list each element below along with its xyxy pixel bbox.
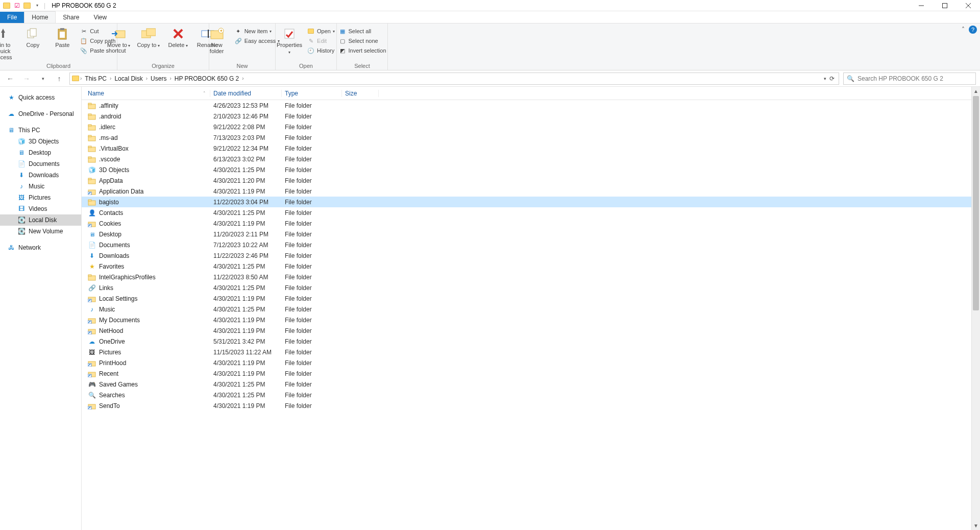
breadcrumb-dropdown-icon[interactable]: ▾ [824,76,826,81]
file-row[interactable]: .VirtualBox9/21/2022 12:34 PMFile folder [82,143,980,154]
new-item-button[interactable]: ✦New item [233,27,281,36]
move-to-button[interactable]: Move to [106,26,132,49]
nav-item-desktop[interactable]: 🖥Desktop [0,147,81,158]
file-row[interactable]: PrintHood4/30/2021 1:19 PMFile folder [82,357,980,368]
column-headers[interactable]: Name˄ Date modified Type Size [82,87,980,100]
scrollbar[interactable]: ▲ ▼ [971,87,980,530]
tab-file[interactable]: File [0,12,24,23]
breadcrumb[interactable]: › This PC› Local Disk› Users› HP PROBOOK… [69,73,839,85]
easy-access-button[interactable]: 🔗Easy access [233,36,281,45]
crumb-current[interactable]: HP PROBOOK 650 G 2 [173,75,241,82]
copy-button[interactable]: Copy [19,26,46,60]
scroll-up-icon[interactable]: ▲ [972,87,980,95]
nav-item-downloads[interactable]: ⬇Downloads [0,170,81,181]
file-row[interactable]: 🔍Searches4/30/2021 1:25 PMFile folder [82,390,980,400]
file-row[interactable]: ♪Music4/30/2021 1:25 PMFile folder [82,304,980,315]
edit-button[interactable]: ✎Edit [306,36,336,45]
file-row[interactable]: .affinity4/26/2023 12:53 PMFile folder [82,100,980,111]
close-button[interactable] [957,0,980,11]
properties-button[interactable]: Properties [276,26,303,55]
file-list[interactable]: Name˄ Date modified Type Size .affinity4… [82,87,980,530]
nav-onedrive[interactable]: ☁OneDrive - Personal [0,108,81,119]
collapse-ribbon-icon[interactable]: ˄ [962,26,965,33]
paste-button[interactable]: Paste [49,26,76,60]
column-date[interactable]: Date modified [210,90,282,97]
search-input[interactable]: 🔍 Search HP PROBOOK 650 G 2 [843,73,976,85]
file-row[interactable]: .idlerc9/21/2022 2:08 PMFile folder [82,122,980,132]
qat-customize-icon[interactable] [34,2,41,9]
navigation-pane[interactable]: ★Quick access ☁OneDrive - Personal 🖥This… [0,87,82,530]
nav-item-documents[interactable]: 📄Documents [0,158,81,170]
nav-network[interactable]: 🖧Network [0,242,81,253]
file-row[interactable]: Cookies4/30/2021 1:19 PMFile folder [82,218,980,229]
search-icon: 🔍 [847,75,854,82]
easy-access-icon: 🔗 [234,37,242,45]
scroll-down-icon[interactable]: ▼ [972,521,980,530]
file-row[interactable]: 🧊3D Objects4/30/2021 1:25 PMFile folder [82,164,980,175]
recent-locations-button[interactable]: ▾ [37,73,49,85]
nav-item-local-disk[interactable]: 💽Local Disk [0,214,81,226]
file-date: 4/30/2021 1:25 PM [210,284,282,292]
file-row[interactable]: 🖥Desktop11/20/2023 2:11 PMFile folder [82,229,980,239]
file-row[interactable]: 📄Documents7/12/2023 10:22 AMFile folder [82,239,980,250]
help-icon[interactable]: ? [969,26,977,34]
search-placeholder: Search HP PROBOOK 650 G 2 [857,75,943,82]
crumb-users[interactable]: Users [149,75,168,82]
file-row[interactable]: .vscode6/13/2023 3:02 PMFile folder [82,154,980,164]
qat-newfolder-icon[interactable] [23,2,31,9]
forward-button[interactable]: → [20,73,33,85]
invert-selection-button[interactable]: ◩Invert selection [337,46,387,55]
maximize-button[interactable] [933,0,957,11]
pin-quick-access-button[interactable]: Pin to Quick access [0,26,16,60]
column-type[interactable]: Type [282,90,342,97]
refresh-button[interactable]: ⟳ [829,75,835,82]
select-all-button[interactable]: ▦Select all [337,27,387,36]
tab-share[interactable]: Share [56,12,86,23]
copy-to-button[interactable]: Copy to [135,26,162,49]
qat-properties-icon[interactable]: ☑ [13,2,20,9]
nav-item-pictures[interactable]: 🖼Pictures [0,192,81,203]
file-row[interactable]: Recent4/30/2021 1:19 PMFile folder [82,368,980,379]
file-row[interactable]: AppData4/30/2021 1:20 PMFile folder [82,175,980,186]
select-all-icon: ▦ [338,27,347,35]
history-button[interactable]: 🕘History [306,46,336,55]
back-button[interactable]: ← [4,73,16,85]
file-row[interactable]: Local Settings4/30/2021 1:19 PMFile fold… [82,293,980,304]
nav-quick-access[interactable]: ★Quick access [0,92,81,103]
file-row[interactable]: .ms-ad7/13/2023 2:03 PMFile folder [82,132,980,143]
nav-item-new-volume[interactable]: 💽New Volume [0,226,81,237]
crumb-localdisk[interactable]: Local Disk [112,75,144,82]
up-button[interactable]: ↑ [53,73,65,85]
nav-item-videos[interactable]: 🎞Videos [0,203,81,214]
tab-home[interactable]: Home [24,11,56,23]
crumb-thispc[interactable]: This PC [83,75,109,82]
nav-item-3d-objects[interactable]: 🧊3D Objects [0,136,81,147]
delete-button[interactable]: Delete [165,26,191,49]
scroll-thumb[interactable] [973,96,979,310]
file-row[interactable]: bagisto11/22/2023 3:04 PMFile folder [82,197,980,207]
file-row[interactable]: .android2/10/2023 12:46 PMFile folder [82,111,980,122]
open-button[interactable]: Open [306,27,336,36]
file-row[interactable]: IntelGraphicsProfiles11/22/2023 8:50 AMF… [82,272,980,282]
select-none-button[interactable]: ▢Select none [337,36,387,45]
nav-thispc[interactable]: 🖥This PC [0,125,81,136]
file-row[interactable]: Application Data4/30/2021 1:19 PMFile fo… [82,186,980,197]
file-row[interactable]: 👤Contacts4/30/2021 1:25 PMFile folder [82,207,980,218]
file-row[interactable]: My Documents4/30/2021 1:19 PMFile folder [82,315,980,325]
file-row[interactable]: SendTo4/30/2021 1:19 PMFile folder [82,400,980,411]
nav-item-music[interactable]: ♪Music [0,181,81,192]
file-row[interactable]: ⬇Downloads11/22/2023 2:46 PMFile folder [82,250,980,261]
tab-view[interactable]: View [86,12,114,23]
file-row[interactable]: ☁OneDrive5/31/2021 3:42 PMFile folder [82,336,980,347]
file-icon [88,145,96,152]
column-size[interactable]: Size [342,90,379,97]
file-row[interactable]: 🖼Pictures11/15/2023 11:22 AMFile folder [82,347,980,357]
minimize-button[interactable] [910,0,933,11]
column-name[interactable]: Name˄ [82,90,210,97]
file-row[interactable]: 🔗Links4/30/2021 1:25 PMFile folder [82,282,980,293]
title-bar: ☑ | HP PROBOOK 650 G 2 [0,0,980,11]
file-row[interactable]: NetHood4/30/2021 1:19 PMFile folder [82,325,980,336]
file-row[interactable]: 🎮Saved Games4/30/2021 1:25 PMFile folder [82,379,980,390]
file-row[interactable]: ★Favorites4/30/2021 1:25 PMFile folder [82,261,980,272]
new-folder-button[interactable]: ✦ New folder [204,26,230,54]
